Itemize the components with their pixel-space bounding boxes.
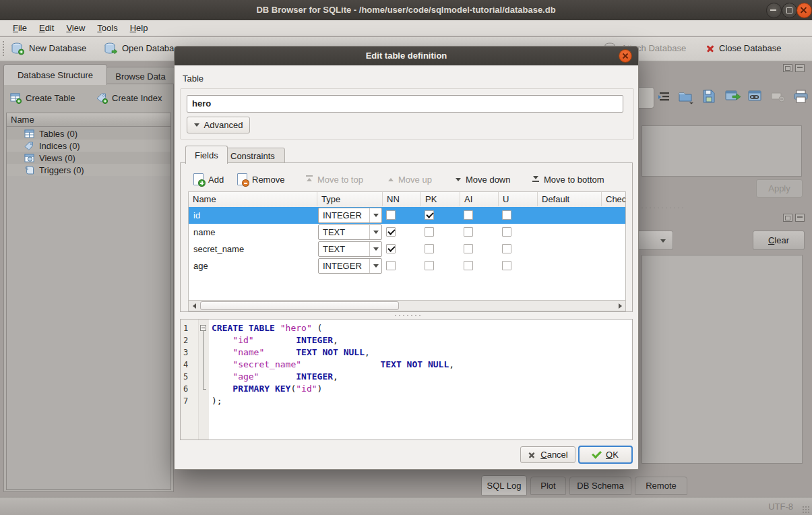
cell-set-null-icon[interactable] — [770, 89, 786, 104]
move-down-button[interactable]: Move down — [456, 171, 510, 187]
open-database-button[interactable]: Open Database — [104, 39, 183, 57]
field-type-select[interactable]: TEXT — [318, 224, 382, 240]
u-checkbox[interactable] — [502, 261, 511, 270]
cell-indent-icon[interactable] — [657, 90, 672, 104]
tab-plot[interactable]: Plot — [530, 477, 566, 495]
sql-log-view[interactable] — [642, 255, 803, 464]
pk-checkbox[interactable] — [425, 244, 434, 253]
new-database-button[interactable]: New Database — [11, 39, 86, 57]
tab-browse-data-label: Browse Data — [115, 71, 165, 82]
fold-margin-cell — [198, 383, 209, 395]
close-button[interactable] — [797, 3, 812, 18]
field-type-select[interactable]: INTEGER — [318, 258, 382, 274]
pk-checkbox[interactable] — [425, 261, 434, 270]
field-row-id[interactable]: idINTEGER — [189, 207, 626, 224]
cell-save-icon[interactable] — [701, 89, 716, 104]
nn-checkbox[interactable] — [386, 261, 396, 270]
tab-db-schema[interactable]: DB Schema — [569, 477, 631, 495]
col-header-default[interactable]: Default — [538, 192, 602, 206]
tab-sql-log[interactable]: SQL Log — [481, 475, 527, 495]
tab-fields-label: Fields — [195, 150, 218, 160]
field-name-cell[interactable]: secret_name — [193, 241, 244, 258]
ai-checkbox[interactable] — [464, 261, 473, 270]
toolbar-drag-handle[interactable] — [2, 40, 5, 57]
tab-remote[interactable]: Remote — [635, 477, 687, 495]
cell-link-icon[interactable] — [747, 89, 763, 104]
advanced-button[interactable]: Advanced — [187, 117, 250, 133]
col-header-type[interactable]: Type — [317, 192, 383, 206]
u-checkbox[interactable] — [502, 227, 511, 237]
apply-button[interactable]: Apply — [756, 179, 803, 198]
col-header-pk[interactable]: PK — [421, 192, 460, 206]
ok-button[interactable]: OK — [579, 446, 632, 463]
fields-table-hscrollbar[interactable] — [189, 300, 625, 311]
field-name-cell[interactable]: name — [193, 224, 216, 241]
add-field-button[interactable]: Add — [193, 171, 224, 187]
pk-checkbox[interactable] — [425, 227, 434, 237]
tab-fields[interactable]: Fields — [185, 146, 228, 164]
menu-file[interactable]: File — [7, 21, 33, 35]
scrollbar-thumb[interactable] — [200, 301, 399, 310]
create-index-button[interactable]: Create Index — [96, 89, 162, 107]
dock-float-icon[interactable] — [783, 64, 792, 72]
cell-print-icon[interactable] — [793, 89, 809, 104]
tab-browse-data[interactable]: Browse Data — [106, 67, 175, 85]
dialog-close-button[interactable] — [619, 49, 632, 63]
nn-checkbox[interactable] — [386, 227, 396, 237]
minimize-button[interactable] — [766, 3, 782, 18]
cancel-button[interactable]: Cancel — [520, 446, 575, 463]
cell-import-icon[interactable] — [678, 89, 694, 105]
fold-marker-icon[interactable] — [198, 322, 209, 334]
menu-edit[interactable]: Edit — [33, 21, 60, 35]
col-header-ai[interactable]: AI — [460, 192, 499, 206]
tree-item-indices[interactable]: Indices (0) — [7, 140, 170, 152]
u-checkbox[interactable] — [502, 210, 511, 220]
col-header-check[interactable]: Check — [602, 192, 626, 206]
move-to-bottom-button[interactable]: Move to bottom — [532, 171, 604, 187]
create-table-button[interactable]: Create Table — [10, 89, 75, 107]
ai-checkbox[interactable] — [464, 210, 473, 220]
clear-log-button[interactable]: Clear — [753, 231, 805, 250]
field-type-select[interactable]: TEXT — [318, 241, 382, 257]
tab-database-structure[interactable]: Database Structure — [3, 64, 107, 85]
field-name-cell[interactable]: age — [193, 258, 208, 274]
dock-close-icon[interactable] — [795, 64, 805, 72]
scroll-left-icon[interactable] — [189, 303, 199, 309]
pk-checkbox[interactable] — [425, 210, 434, 220]
field-row-name[interactable]: nameTEXT — [189, 224, 626, 241]
col-header-nn[interactable]: NN — [383, 192, 421, 206]
ai-checkbox[interactable] — [464, 227, 473, 237]
col-header-name[interactable]: Name — [189, 192, 317, 206]
scroll-right-icon[interactable] — [615, 303, 625, 309]
col-header-u[interactable]: U — [499, 192, 538, 206]
field-row-secret_name[interactable]: secret_nameTEXT — [189, 241, 626, 258]
dock-close-icon[interactable] — [795, 214, 805, 222]
menu-view[interactable]: View — [60, 21, 91, 35]
maximize-button[interactable] — [782, 3, 797, 18]
cell-export-icon[interactable] — [724, 89, 741, 104]
remove-field-button[interactable]: Remove — [237, 171, 284, 187]
dock-splitter-handle[interactable] — [640, 206, 685, 210]
edit-cell-textarea[interactable] — [642, 125, 802, 177]
ai-checkbox[interactable] — [464, 244, 473, 253]
field-row-age[interactable]: ageINTEGER — [189, 258, 626, 274]
tree-item-views[interactable]: Views (0) — [7, 152, 170, 164]
menu-help[interactable]: Help — [124, 21, 154, 35]
nn-checkbox[interactable] — [386, 244, 396, 253]
close-database-button[interactable]: Close Database — [706, 39, 782, 57]
dialog-splitter-handle[interactable] — [394, 314, 420, 317]
field-name-cell[interactable]: id — [193, 207, 200, 224]
tree-item-tables[interactable]: Tables (0) — [7, 127, 170, 140]
sql-preview-editor[interactable]: 1CREATE TABLE "hero" (2 "id" INTEGER,3 "… — [180, 319, 633, 440]
resize-grip[interactable] — [802, 506, 810, 514]
dock-float-icon[interactable] — [783, 214, 792, 222]
schema-tree-header[interactable]: Name — [7, 113, 170, 127]
nn-checkbox[interactable] — [386, 210, 396, 220]
field-type-select[interactable]: INTEGER — [318, 208, 382, 223]
tree-item-triggers[interactable]: Triggers (0) — [7, 164, 170, 176]
u-checkbox[interactable] — [502, 244, 511, 253]
move-to-top-button[interactable]: Move to top — [306, 171, 363, 187]
menu-tools[interactable]: Tools — [91, 21, 123, 35]
move-up-button[interactable]: Move up — [388, 171, 432, 187]
table-name-input[interactable]: hero — [187, 95, 623, 113]
